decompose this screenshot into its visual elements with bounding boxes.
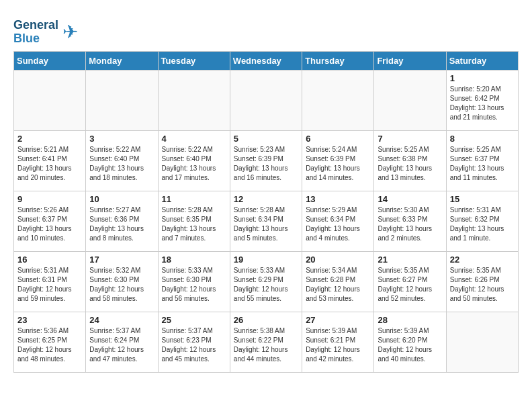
- calendar-day-cell: 4Sunrise: 5:22 AM Sunset: 6:40 PM Daylig…: [158, 130, 230, 191]
- day-info: Sunrise: 5:31 AM Sunset: 6:31 PM Dayligh…: [17, 266, 82, 304]
- calendar-header-row: SundayMondayTuesdayWednesdayThursdayFrid…: [14, 51, 519, 70]
- weekday-header-saturday: Saturday: [446, 51, 518, 70]
- weekday-header-friday: Friday: [374, 51, 446, 70]
- day-number: 12: [234, 194, 298, 204]
- day-info: Sunrise: 5:37 AM Sunset: 6:23 PM Dayligh…: [162, 326, 226, 364]
- calendar-day-cell: 26Sunrise: 5:38 AM Sunset: 6:22 PM Dayli…: [230, 312, 302, 372]
- calendar-day-cell: 8Sunrise: 5:25 AM Sunset: 6:37 PM Daylig…: [446, 130, 518, 191]
- calendar-day-cell: 12Sunrise: 5:28 AM Sunset: 6:34 PM Dayli…: [230, 191, 302, 251]
- day-info: Sunrise: 5:20 AM Sunset: 6:42 PM Dayligh…: [450, 85, 515, 122]
- logo-line1: General: [13, 19, 58, 32]
- calendar-day-cell: 25Sunrise: 5:37 AM Sunset: 6:23 PM Dayli…: [158, 312, 230, 372]
- calendar-week-row: 2Sunrise: 5:21 AM Sunset: 6:41 PM Daylig…: [14, 130, 519, 191]
- day-info: Sunrise: 5:36 AM Sunset: 6:25 PM Dayligh…: [17, 326, 82, 364]
- day-info: Sunrise: 5:24 AM Sunset: 6:39 PM Dayligh…: [306, 145, 370, 183]
- day-info: Sunrise: 5:34 AM Sunset: 6:28 PM Dayligh…: [306, 266, 370, 304]
- day-info: Sunrise: 5:25 AM Sunset: 6:38 PM Dayligh…: [378, 145, 442, 183]
- day-number: 25: [162, 315, 226, 325]
- calendar-day-cell: 7Sunrise: 5:25 AM Sunset: 6:38 PM Daylig…: [374, 130, 446, 191]
- calendar-day-cell: 11Sunrise: 5:28 AM Sunset: 6:35 PM Dayli…: [158, 191, 230, 251]
- day-number: 9: [17, 194, 82, 204]
- day-number: 19: [234, 255, 298, 265]
- day-number: 26: [234, 315, 298, 325]
- calendar-week-row: 23Sunrise: 5:36 AM Sunset: 6:25 PM Dayli…: [14, 312, 519, 372]
- day-number: 4: [162, 134, 226, 144]
- day-info: Sunrise: 5:35 AM Sunset: 6:26 PM Dayligh…: [450, 266, 515, 304]
- day-number: 13: [306, 194, 370, 204]
- day-info: Sunrise: 5:39 AM Sunset: 6:20 PM Dayligh…: [378, 326, 442, 364]
- day-number: 15: [450, 194, 515, 204]
- day-number: 11: [162, 194, 226, 204]
- day-info: Sunrise: 5:26 AM Sunset: 6:37 PM Dayligh…: [17, 205, 82, 243]
- day-info: Sunrise: 5:28 AM Sunset: 6:34 PM Dayligh…: [234, 205, 298, 243]
- day-info: Sunrise: 5:32 AM Sunset: 6:30 PM Dayligh…: [89, 266, 154, 304]
- day-info: Sunrise: 5:29 AM Sunset: 6:34 PM Dayligh…: [306, 205, 370, 243]
- calendar-day-cell: 21Sunrise: 5:35 AM Sunset: 6:27 PM Dayli…: [374, 251, 446, 312]
- calendar-day-cell: [14, 70, 86, 130]
- calendar-table: SundayMondayTuesdayWednesdayThursdayFrid…: [13, 51, 519, 373]
- day-number: 18: [162, 255, 226, 265]
- calendar-day-cell: [374, 70, 446, 130]
- calendar-day-cell: [302, 70, 374, 130]
- calendar-day-cell: 24Sunrise: 5:37 AM Sunset: 6:24 PM Dayli…: [86, 312, 158, 372]
- calendar-day-cell: [446, 312, 518, 372]
- calendar-week-row: 16Sunrise: 5:31 AM Sunset: 6:31 PM Dayli…: [14, 251, 519, 312]
- day-info: Sunrise: 5:23 AM Sunset: 6:39 PM Dayligh…: [234, 145, 298, 183]
- day-info: Sunrise: 5:39 AM Sunset: 6:21 PM Dayligh…: [306, 326, 370, 364]
- calendar-day-cell: 19Sunrise: 5:33 AM Sunset: 6:29 PM Dayli…: [230, 251, 302, 312]
- calendar-day-cell: 18Sunrise: 5:33 AM Sunset: 6:30 PM Dayli…: [158, 251, 230, 312]
- day-number: 22: [450, 255, 515, 265]
- day-info: Sunrise: 5:35 AM Sunset: 6:27 PM Dayligh…: [378, 266, 442, 304]
- logo: General Blue ✈: [13, 19, 78, 46]
- day-info: Sunrise: 5:38 AM Sunset: 6:22 PM Dayligh…: [234, 326, 298, 364]
- day-number: 8: [450, 134, 515, 144]
- calendar-day-cell: 2Sunrise: 5:21 AM Sunset: 6:41 PM Daylig…: [14, 130, 86, 191]
- calendar-week-row: 9Sunrise: 5:26 AM Sunset: 6:37 PM Daylig…: [14, 191, 519, 251]
- calendar-week-row: 1Sunrise: 5:20 AM Sunset: 6:42 PM Daylig…: [14, 70, 519, 130]
- day-info: Sunrise: 5:31 AM Sunset: 6:32 PM Dayligh…: [450, 205, 515, 243]
- day-number: 27: [306, 315, 370, 325]
- day-number: 28: [378, 315, 442, 325]
- day-number: 5: [234, 134, 298, 144]
- day-info: Sunrise: 5:27 AM Sunset: 6:36 PM Dayligh…: [89, 205, 154, 243]
- weekday-header-tuesday: Tuesday: [158, 51, 230, 70]
- calendar-day-cell: 23Sunrise: 5:36 AM Sunset: 6:25 PM Dayli…: [14, 312, 86, 372]
- calendar-day-cell: 16Sunrise: 5:31 AM Sunset: 6:31 PM Dayli…: [14, 251, 86, 312]
- day-number: 2: [17, 134, 82, 144]
- calendar-day-cell: 20Sunrise: 5:34 AM Sunset: 6:28 PM Dayli…: [302, 251, 374, 312]
- day-number: 20: [306, 255, 370, 265]
- day-number: 10: [89, 194, 154, 204]
- calendar-day-cell: 5Sunrise: 5:23 AM Sunset: 6:39 PM Daylig…: [230, 130, 302, 191]
- day-info: Sunrise: 5:22 AM Sunset: 6:40 PM Dayligh…: [162, 145, 226, 183]
- day-number: 3: [89, 134, 154, 144]
- day-number: 16: [17, 255, 82, 265]
- day-number: 14: [378, 194, 442, 204]
- day-number: 1: [450, 73, 515, 83]
- calendar-day-cell: 27Sunrise: 5:39 AM Sunset: 6:21 PM Dayli…: [302, 312, 374, 372]
- page-header: General Blue ✈: [13, 16, 519, 46]
- day-info: Sunrise: 5:30 AM Sunset: 6:33 PM Dayligh…: [378, 205, 442, 243]
- day-number: 6: [306, 134, 370, 144]
- weekday-header-thursday: Thursday: [302, 51, 374, 70]
- calendar-day-cell: 10Sunrise: 5:27 AM Sunset: 6:36 PM Dayli…: [86, 191, 158, 251]
- weekday-header-wednesday: Wednesday: [230, 51, 302, 70]
- day-info: Sunrise: 5:25 AM Sunset: 6:37 PM Dayligh…: [450, 145, 515, 183]
- day-info: Sunrise: 5:28 AM Sunset: 6:35 PM Dayligh…: [162, 205, 226, 243]
- day-info: Sunrise: 5:33 AM Sunset: 6:30 PM Dayligh…: [162, 266, 226, 304]
- weekday-header-monday: Monday: [86, 51, 158, 70]
- weekday-header-sunday: Sunday: [14, 51, 86, 70]
- calendar-day-cell: 1Sunrise: 5:20 AM Sunset: 6:42 PM Daylig…: [446, 70, 518, 130]
- calendar-day-cell: 17Sunrise: 5:32 AM Sunset: 6:30 PM Dayli…: [86, 251, 158, 312]
- calendar-day-cell: [230, 70, 302, 130]
- calendar-day-cell: 3Sunrise: 5:22 AM Sunset: 6:40 PM Daylig…: [86, 130, 158, 191]
- calendar-day-cell: 15Sunrise: 5:31 AM Sunset: 6:32 PM Dayli…: [446, 191, 518, 251]
- day-number: 17: [89, 255, 154, 265]
- day-info: Sunrise: 5:21 AM Sunset: 6:41 PM Dayligh…: [17, 145, 82, 183]
- day-info: Sunrise: 5:33 AM Sunset: 6:29 PM Dayligh…: [234, 266, 298, 304]
- logo-bird-icon: ✈: [62, 21, 78, 43]
- day-number: 7: [378, 134, 442, 144]
- calendar-day-cell: 6Sunrise: 5:24 AM Sunset: 6:39 PM Daylig…: [302, 130, 374, 191]
- day-info: Sunrise: 5:22 AM Sunset: 6:40 PM Dayligh…: [89, 145, 154, 183]
- day-number: 23: [17, 315, 82, 325]
- calendar-day-cell: 13Sunrise: 5:29 AM Sunset: 6:34 PM Dayli…: [302, 191, 374, 251]
